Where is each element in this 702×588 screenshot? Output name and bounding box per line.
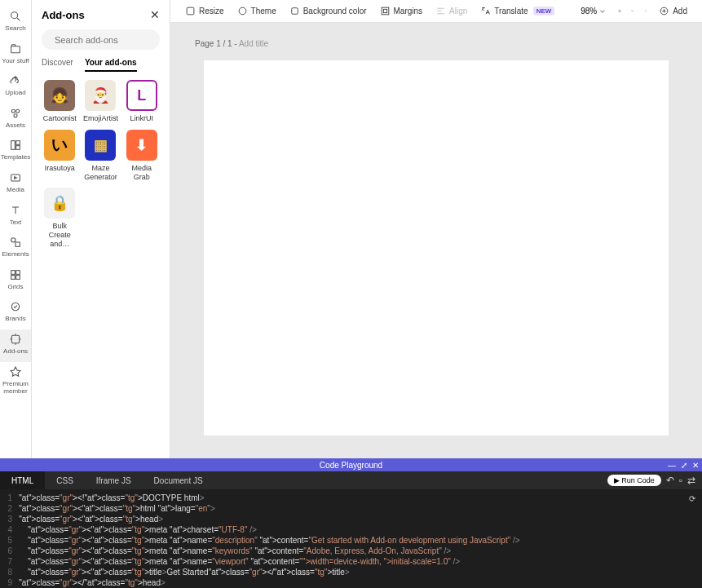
svg-rect-8 xyxy=(16,146,20,150)
background-button[interactable]: Background color xyxy=(283,3,373,19)
addon-label: Maze Generator xyxy=(82,164,118,182)
tab-your-add-ons[interactable]: Your add-ons xyxy=(85,58,137,72)
rail-label: Upload xyxy=(5,89,25,97)
addon-thumb: 🔒 xyxy=(44,188,75,219)
code-tab-css[interactable]: CSS xyxy=(45,471,85,489)
add-title-hint: Add title xyxy=(239,39,268,48)
svg-line-1 xyxy=(17,18,20,20)
addon-emojiartist[interactable]: 🎅EmojiArtist xyxy=(82,80,118,123)
upload-icon xyxy=(9,74,22,87)
rail-text[interactable]: Text xyxy=(0,201,31,233)
margins-button[interactable]: Margins xyxy=(373,3,430,19)
grids-icon xyxy=(9,268,22,281)
svg-rect-35 xyxy=(633,11,634,12)
chevron-down-icon xyxy=(598,7,607,15)
search-input-wrapper[interactable] xyxy=(42,29,160,50)
rail-label: Assets xyxy=(6,122,25,130)
trash-icon[interactable] xyxy=(639,5,652,18)
refresh-icon[interactable]: ⟳ xyxy=(689,494,695,503)
svg-point-4 xyxy=(16,109,20,113)
folder-icon xyxy=(9,42,22,55)
rail-media[interactable]: Media xyxy=(0,168,31,201)
addon-thumb: ⬇ xyxy=(126,130,157,161)
new-badge: NEW xyxy=(533,7,555,15)
settings-icon[interactable]: ⇄ xyxy=(687,475,695,486)
background-label: Background color xyxy=(303,7,367,15)
svg-rect-26 xyxy=(382,7,389,15)
page-label[interactable]: Page 1 / 1 - Add title xyxy=(195,39,268,48)
layers-icon[interactable] xyxy=(626,5,639,18)
rail-your-stuff[interactable]: Your stuff xyxy=(0,39,31,72)
add-button[interactable]: Add xyxy=(652,3,694,19)
rail-label: Text xyxy=(10,219,22,227)
svg-rect-15 xyxy=(11,270,15,274)
timer-icon[interactable] xyxy=(613,5,626,18)
addon-label: Cartoonist xyxy=(43,114,77,123)
panel-title: Add-ons xyxy=(42,9,85,21)
addon-thumb: L xyxy=(126,80,157,111)
assets-icon xyxy=(9,107,22,120)
addons-panel: Add-ons ✕ DiscoverYour add-ons 👧Cartooni… xyxy=(32,0,170,458)
align-label: Align xyxy=(449,7,467,15)
resize-button[interactable]: Resize xyxy=(179,3,231,19)
code-tab-document-js[interactable]: Document JS xyxy=(143,471,214,489)
tab-discover[interactable]: Discover xyxy=(42,58,73,72)
premium-icon xyxy=(9,365,22,378)
minimize-icon[interactable]: ― xyxy=(668,461,676,470)
search-input[interactable] xyxy=(55,35,167,45)
code-titlebar[interactable]: Code Playground ― ⤢ ✕ xyxy=(0,458,702,471)
addon-label: Media Grab xyxy=(124,164,160,182)
save-icon[interactable]: ▫ xyxy=(679,475,682,486)
media-icon xyxy=(9,171,22,184)
page-number: Page 1 / 1 - xyxy=(195,39,239,48)
addon-bulk-create-and-[interactable]: 🔒Bulk Create and… xyxy=(42,188,77,248)
code-tab-html[interactable]: HTML xyxy=(0,471,45,489)
svg-rect-7 xyxy=(16,141,20,145)
templates-icon xyxy=(9,139,22,152)
addon-media-grab[interactable]: ⬇Media Grab xyxy=(124,130,160,182)
rail-brands[interactable]: Brands xyxy=(0,297,31,329)
run-button[interactable]: ▶ Run Code xyxy=(607,475,661,486)
rail-upload[interactable]: Upload xyxy=(0,71,31,104)
svg-rect-9 xyxy=(11,175,20,181)
theme-button[interactable]: Theme xyxy=(231,3,283,19)
rail-add-ons[interactable]: Add-ons xyxy=(0,329,31,362)
theme-label: Theme xyxy=(251,7,276,15)
svg-rect-25 xyxy=(291,8,298,15)
svg-rect-17 xyxy=(11,275,15,279)
addon-cartoonist[interactable]: 👧Cartoonist xyxy=(42,80,77,123)
canvas-area[interactable]: Page 1 / 1 - Add title xyxy=(170,23,702,458)
rail-label: Media xyxy=(7,186,24,194)
zoom-selector[interactable]: 98% xyxy=(574,7,613,15)
rail-premium-member[interactable]: Premium member xyxy=(0,362,31,402)
addon-label: EmojiArtist xyxy=(83,114,118,123)
addon-label: Bulk Create and… xyxy=(42,222,77,248)
undo-icon[interactable]: ↶ xyxy=(666,475,674,486)
addon-irasutoya[interactable]: いIrasutoya xyxy=(42,130,77,182)
rail-label: Search xyxy=(5,24,25,33)
rail-label: Brands xyxy=(5,315,25,323)
close-icon[interactable]: ✕ xyxy=(150,8,160,21)
svg-rect-2 xyxy=(11,46,20,52)
rail-assets[interactable]: Assets xyxy=(0,104,31,136)
addon-thumb: い xyxy=(44,130,75,161)
translate-label: Translate xyxy=(494,7,528,15)
expand-icon[interactable]: ⤢ xyxy=(681,461,687,470)
rail-search[interactable]: Search xyxy=(0,7,31,39)
rail-label: Add-ons xyxy=(3,347,28,356)
rail-elements[interactable]: Elements xyxy=(0,232,31,265)
page-canvas[interactable] xyxy=(204,60,669,435)
svg-rect-34 xyxy=(632,10,634,11)
code-tab-iframe-js[interactable]: Iframe JS xyxy=(85,471,143,489)
svg-marker-10 xyxy=(15,177,17,179)
rail-label: Your stuff xyxy=(2,57,29,65)
code-editor[interactable]: 123456789101112 "at">class="gr"><!"at">c… xyxy=(0,489,702,588)
rail-templates[interactable]: Templates xyxy=(0,135,31,168)
translate-button[interactable]: TranslateNEW xyxy=(474,3,561,19)
rail-grids[interactable]: Grids xyxy=(0,265,31,298)
addon-maze-generator[interactable]: ▦Maze Generator xyxy=(82,130,118,182)
addon-thumb: ▦ xyxy=(85,130,116,161)
close-code-icon[interactable]: ✕ xyxy=(692,461,699,470)
zoom-value: 98% xyxy=(581,7,597,15)
addon-linkrui[interactable]: LLinkrUI xyxy=(124,80,160,123)
